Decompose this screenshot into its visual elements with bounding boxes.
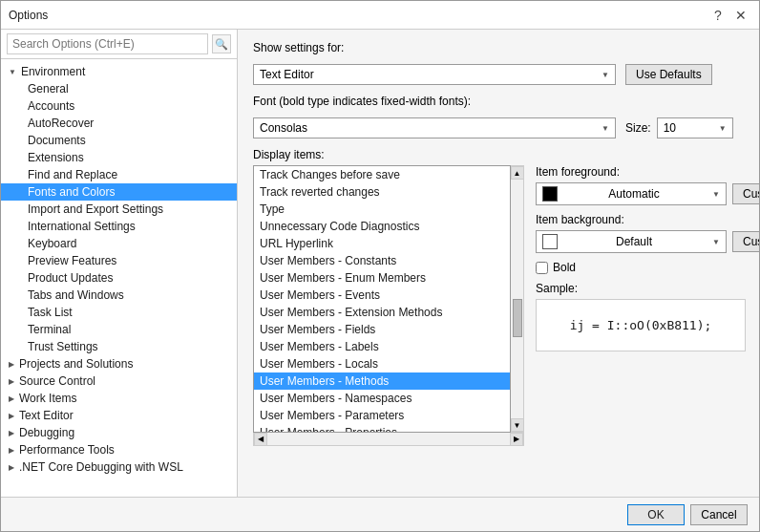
font-dropdown[interactable]: Consolas ▼ [253,117,616,138]
sample-label-row: Sample: [536,282,759,295]
tree-item-terminal[interactable]: Terminal [1,321,237,338]
foreground-custom-button[interactable]: Custom... [732,183,759,204]
background-value: Default [616,235,652,248]
main-options-row: Display items: Track Changes before save… [253,148,744,485]
hscroll-right-btn[interactable]: ▶ [510,433,523,446]
close-button[interactable]: ✕ [730,5,751,26]
sample-section: Sample: ij = I::oO(0xB811); [536,282,759,351]
foreground-swatch [542,186,558,202]
list-item[interactable]: User Members - Labels [254,338,510,355]
list-vscrollbar[interactable]: ▲ ▼ [511,165,524,433]
tree-item-fonts-colors[interactable]: Fonts and Colors [1,183,237,201]
tree-item-work-items[interactable]: Work Items [1,390,237,407]
bold-checkbox[interactable] [536,262,548,274]
tree-item-tabs-windows[interactable]: Tabs and Windows [1,287,237,304]
foreground-arrow: ▼ [712,190,720,199]
tree-item-text-editor[interactable]: Text Editor [1,407,237,424]
left-panel: 🔍 Environment General Accounts AutoRecov… [1,30,238,497]
color-section: Item foreground: Automatic ▼ Custom... [536,148,759,485]
dialog-title: Options [9,9,48,22]
list-hscrollbar[interactable]: ◀ ▶ [253,433,524,446]
show-settings-value: Text Editor [260,68,314,81]
show-settings-dropdown[interactable]: Text Editor ▼ [253,64,616,85]
use-defaults-button[interactable]: Use Defaults [625,64,712,85]
list-item[interactable]: URL Hyperlink [254,235,510,252]
list-with-scroll: Track Changes before save Track reverted… [253,165,524,446]
scroll-down-btn[interactable]: ▼ [511,418,524,432]
list-item[interactable]: User Members - Namespaces [254,390,510,407]
hscroll-track [267,433,510,445]
display-items-list[interactable]: Track Changes before save Track reverted… [253,165,511,433]
tree-item-general[interactable]: General [1,80,237,97]
sample-text: ij = I::oO(0xB811); [570,318,712,332]
tree-item-find-replace[interactable]: Find and Replace [1,166,237,183]
font-label-row: Font (bold type indicates fixed-width fo… [253,95,744,108]
tree-container: Environment General Accounts AutoRecover… [1,59,237,497]
foreground-section: Item foreground: Automatic ▼ Custom... [536,165,759,205]
list-item[interactable]: Type [254,201,510,218]
background-dropdown[interactable]: Default ▼ [536,230,727,253]
tree-item-documents[interactable]: Documents [1,132,237,149]
tree-item-task-list[interactable]: Task List [1,304,237,321]
font-control-row: Consolas ▼ Size: 10 ▼ [253,117,744,138]
tree-item-extensions[interactable]: Extensions [1,149,237,166]
background-label: Item background: [536,213,624,226]
list-horizontal: Track Changes before save Track reverted… [253,165,524,433]
show-settings-label: Show settings for: [253,41,344,54]
list-item[interactable]: User Members - Locals [254,355,510,372]
background-custom-button[interactable]: Custom... [732,231,759,252]
help-button[interactable]: ? [707,5,728,26]
foreground-label: Item foreground: [536,165,620,179]
tree-item-international[interactable]: International Settings [1,218,237,235]
tree-item-debugging[interactable]: Debugging [1,424,237,441]
background-control-row: Default ▼ Custom... [536,230,759,253]
ok-button[interactable]: OK [627,504,685,525]
right-panel: Show settings for: Text Editor ▼ Use Def… [238,30,759,497]
list-item[interactable]: User Members - Constants [254,252,510,269]
options-dialog: Options ? ✕ 🔍 Environment General Accoun… [0,0,760,532]
tree-item-performance[interactable]: Performance Tools [1,441,237,458]
background-arrow: ▼ [712,238,720,246]
scroll-track [511,180,523,418]
tree-item-preview[interactable]: Preview Features [1,252,237,269]
list-item[interactable]: Unnecessary Code Diagnostics [254,218,510,235]
list-item[interactable]: Track Changes before save [254,166,510,183]
sample-label: Sample: [536,282,578,295]
tree-item-import-export[interactable]: Import and Export Settings [1,201,237,218]
size-value: 10 [664,121,676,135]
list-item[interactable]: User Members - Events [254,287,510,304]
scroll-up-btn[interactable]: ▲ [511,166,524,180]
font-arrow: ▼ [602,124,609,133]
tree-item-source-control[interactable]: Source Control [1,372,237,390]
list-item[interactable]: User Members - Fields [254,321,510,338]
tree-item-dotnet-wsl[interactable]: .NET Core Debugging with WSL [1,458,237,476]
tree-item-trust-settings[interactable]: Trust Settings [1,338,237,355]
tree-item-projects[interactable]: Projects and Solutions [1,355,237,372]
size-row: Size: 10 ▼ [625,117,733,138]
cancel-button[interactable]: Cancel [690,504,748,525]
tree-item-environment[interactable]: Environment [1,63,237,80]
sample-box: ij = I::oO(0xB811); [536,299,746,351]
tree-item-accounts[interactable]: Accounts [1,97,237,115]
title-bar: Options ? ✕ [1,1,759,30]
size-arrow: ▼ [719,124,727,133]
list-item[interactable]: User Members - Extension Methods [254,304,510,321]
foreground-control-row: Automatic ▼ Custom... [536,182,759,205]
search-input[interactable] [7,33,208,54]
foreground-dropdown[interactable]: Automatic ▼ [536,182,727,205]
hscroll-left-btn[interactable]: ◀ [254,433,267,446]
list-item[interactable]: Track reverted changes [254,183,510,201]
search-box: 🔍 [1,30,237,59]
tree-item-keyboard[interactable]: Keyboard [1,235,237,252]
search-icon[interactable]: 🔍 [212,34,231,53]
list-item[interactable]: User Members - Parameters [254,407,510,424]
list-item[interactable]: User Members - Properties [254,424,510,433]
list-item-selected[interactable]: User Members - Methods [254,372,510,390]
font-value: Consolas [260,121,307,135]
tree-item-product-updates[interactable]: Product Updates [1,269,237,287]
list-item[interactable]: User Members - Enum Members [254,269,510,287]
tree-item-autorecover[interactable]: AutoRecover [1,115,237,132]
font-label: Font (bold type indicates fixed-width fo… [253,95,471,108]
size-dropdown[interactable]: 10 ▼ [657,117,733,138]
title-bar-left: Options [9,9,48,22]
